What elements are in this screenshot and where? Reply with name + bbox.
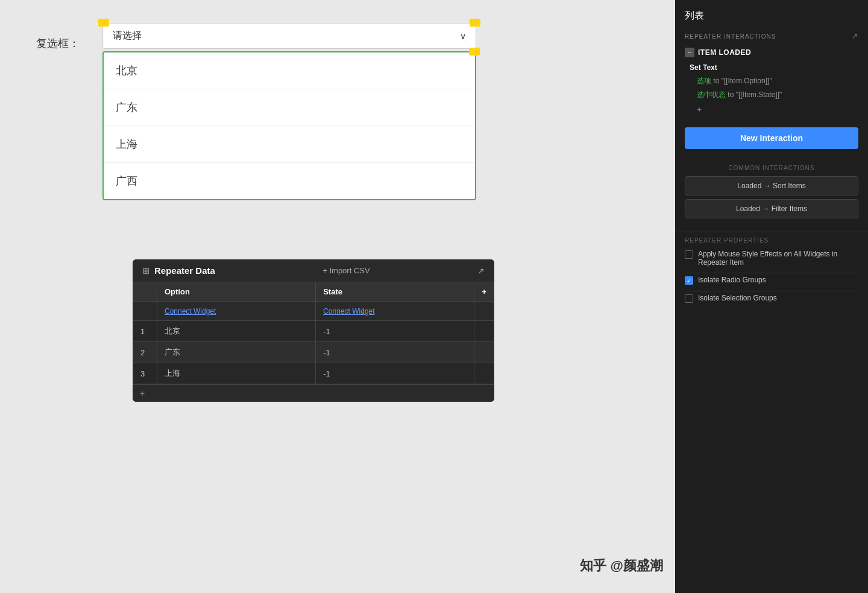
table-row-3: 3 上海 -1: [133, 363, 494, 384]
row-num-2: 2: [133, 342, 157, 363]
prop-checkbox-3[interactable]: [685, 294, 693, 303]
item-loaded-title: ITEM LOADED: [698, 48, 751, 57]
dropdown-item-4[interactable]: 广西: [104, 163, 475, 199]
new-interaction-button[interactable]: New Interaction: [685, 127, 858, 149]
connect-widget-num-col: [133, 302, 157, 321]
row-state-1[interactable]: -1: [316, 321, 474, 342]
repeater-data-title: ⊞ Repeater Data: [142, 265, 215, 276]
canvas-area: 复选框： ⚡ 请选择 ∨ ⚡ ⚡ 北京 广东 上海 广西 ⊞ Repeater …: [0, 0, 675, 593]
import-csv-button[interactable]: + Import CSV: [322, 266, 370, 275]
field-name-1: 选项: [697, 77, 711, 85]
connect-widget-state-col[interactable]: Connect Widget: [316, 302, 474, 321]
dropdown-trigger[interactable]: ⚡ 请选择 ∨ ⚡: [102, 23, 476, 49]
table-header-num: [133, 282, 157, 302]
prop-checkbox-2[interactable]: [685, 276, 693, 285]
collapse-button[interactable]: −: [685, 48, 694, 57]
dropdown-item-1[interactable]: 北京: [104, 52, 475, 89]
set-text-label: Set Text: [685, 61, 858, 74]
connect-widget-option-col[interactable]: Connect Widget: [157, 302, 316, 321]
divider-1: [685, 273, 858, 273]
table-row-2: 2 广东 -1: [133, 342, 494, 363]
prop-row-3: Isolate Selection Groups: [685, 294, 858, 303]
panel-title: 列表: [675, 0, 868, 27]
prop-label-1: Apply Mouse Style Effects on All Widgets…: [698, 250, 858, 267]
repeater-data-panel: ⊞ Repeater Data + Import CSV ↗ Option St…: [133, 259, 494, 402]
add-row-button[interactable]: +: [133, 384, 494, 402]
dropdown-item-3[interactable]: 上海: [104, 126, 475, 163]
item-loaded-section: − ITEM LOADED Set Text 选项 to "[[Item.Opt…: [675, 45, 868, 121]
right-panel: 列表 REPEATER INTERACTIONS ↗ − ITEM LOADED…: [675, 0, 868, 593]
export-icon[interactable]: ↗: [852, 32, 858, 40]
watermark: 知乎 @颜盛潮: [580, 557, 663, 575]
repeater-interactions-header: REPEATER INTERACTIONS ↗: [675, 27, 868, 45]
add-interaction-button[interactable]: +: [685, 102, 858, 116]
divider-2: [685, 291, 858, 291]
field-value-1: to "[[Item.Option]]": [713, 77, 772, 85]
expand-icon[interactable]: ↗: [477, 266, 485, 276]
grid-icon: ⊞: [142, 266, 149, 276]
connect-widget-extra-col: [474, 302, 494, 321]
repeater-props-section: REPEATER PROPERTIES Apply Mouse Style Ef…: [675, 232, 868, 314]
lightning-badge-list: ⚡: [469, 48, 480, 55]
dropdown-list: ⚡ 北京 广东 上海 广西: [102, 51, 476, 200]
row-num-3: 3: [133, 363, 157, 384]
chevron-down-icon: ∨: [460, 31, 466, 41]
field-name-2: 选中状态: [697, 90, 726, 99]
interaction-row-2: 选中状态 to "[[Item.State]]": [685, 88, 858, 102]
prop-row-1: Apply Mouse Style Effects on All Widgets…: [685, 250, 858, 267]
table-header-add[interactable]: +: [474, 282, 494, 302]
prop-label-3: Isolate Selection Groups: [698, 294, 777, 302]
common-interactions-title: COMMON INTERACTIONS: [685, 160, 858, 176]
item-loaded-header: − ITEM LOADED: [685, 48, 858, 57]
row-option-1[interactable]: 北京: [157, 321, 316, 342]
checkbox-label: 复选框：: [36, 36, 80, 51]
table-header-state: State: [316, 282, 474, 302]
repeater-properties-title: REPEATER PROPERTIES: [685, 237, 858, 244]
repeater-data-label: Repeater Data: [154, 265, 215, 276]
row-num-1: 1: [133, 321, 157, 342]
dropdown-placeholder: 请选择: [113, 30, 142, 42]
field-value-2: to "[[Item.State]]": [728, 90, 782, 99]
common-interactions-section: COMMON INTERACTIONS Loaded → Sort Items …: [675, 155, 868, 227]
row-option-2[interactable]: 广东: [157, 342, 316, 363]
lightning-badge-top-right: ⚡: [470, 19, 480, 27]
dropdown-widget: ⚡ 请选择 ∨ ⚡ ⚡ 北京 广东 上海 广西: [102, 23, 476, 200]
dropdown-item-2[interactable]: 广东: [104, 89, 475, 126]
row-option-3[interactable]: 上海: [157, 363, 316, 384]
connect-widget-option-link[interactable]: Connect Widget: [165, 307, 216, 316]
loaded-filter-items-button[interactable]: Loaded → Filter Items: [685, 199, 858, 218]
table-row-1: 1 北京 -1: [133, 321, 494, 342]
row-extra-2: [474, 342, 494, 363]
row-state-2[interactable]: -1: [316, 342, 474, 363]
prop-row-2: Isolate Radio Groups: [685, 276, 858, 285]
prop-checkbox-1[interactable]: [685, 250, 693, 259]
repeater-table: Option State + Connect Widget Connect Wi…: [133, 282, 494, 384]
table-header-option: Option: [157, 282, 316, 302]
prop-label-2: Isolate Radio Groups: [698, 276, 766, 284]
interaction-row-1: 选项 to "[[Item.Option]]": [685, 74, 858, 88]
lightning-badge-top-left: ⚡: [98, 19, 109, 27]
repeater-data-header: ⊞ Repeater Data + Import CSV ↗: [133, 259, 494, 282]
repeater-interactions-label: REPEATER INTERACTIONS: [685, 33, 776, 40]
connect-widget-state-link[interactable]: Connect Widget: [323, 307, 374, 316]
loaded-sort-items-button[interactable]: Loaded → Sort Items: [685, 176, 858, 195]
row-state-3[interactable]: -1: [316, 363, 474, 384]
row-extra-3: [474, 363, 494, 384]
row-extra-1: [474, 321, 494, 342]
